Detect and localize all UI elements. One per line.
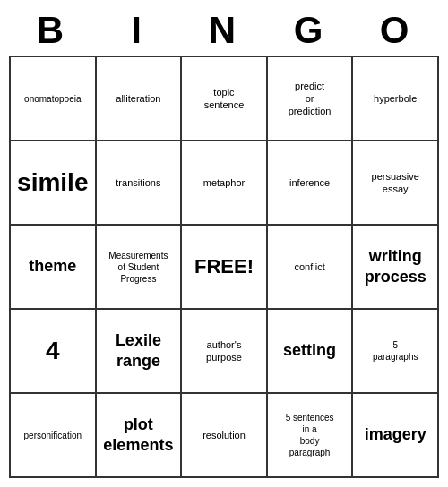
- cell-text-3-3: setting: [283, 340, 336, 361]
- cell-0-0: onomatopoeia: [11, 57, 97, 141]
- cell-2-1: Measurementsof StudentProgress: [97, 226, 183, 310]
- cell-text-1-0: simile: [17, 167, 88, 199]
- cell-text-4-3: 5 sentencesin abodyparagraph: [286, 412, 334, 458]
- bingo-grid: onomatopoeiaalliterationtopicsentencepre…: [9, 56, 439, 478]
- cell-text-1-3: inference: [289, 176, 330, 189]
- cell-text-4-4: imagery: [365, 424, 426, 445]
- cell-0-2: topicsentence: [182, 57, 268, 141]
- cell-0-1: alliteration: [97, 57, 183, 141]
- cell-1-2: metaphor: [182, 141, 268, 226]
- cell-text-2-4: writingprocess: [365, 246, 426, 288]
- cell-4-3: 5 sentencesin abodyparagraph: [268, 394, 354, 478]
- cell-text-0-3: predictorprediction: [289, 80, 332, 118]
- cell-text-1-4: persuasiveessay: [372, 170, 419, 196]
- cell-text-0-4: hyperbole: [374, 92, 417, 105]
- cell-1-0: simile: [11, 141, 97, 226]
- cell-2-0: theme: [11, 226, 97, 310]
- title-n: N: [184, 9, 264, 52]
- cell-text-3-2: author'spurpose: [206, 338, 242, 364]
- title-o: O: [356, 9, 436, 52]
- cell-0-4: hyperbole: [353, 57, 439, 141]
- cell-text-0-2: topicsentence: [204, 86, 245, 112]
- cell-text-2-3: conflict: [294, 261, 324, 273]
- cell-4-2: resolution: [182, 394, 268, 478]
- cell-text-4-2: resolution: [202, 429, 246, 441]
- cell-text-3-4: 5paragraphs: [373, 339, 418, 363]
- cell-2-3: conflict: [268, 226, 354, 310]
- cell-1-1: transitions: [97, 141, 183, 226]
- cell-text-1-1: transitions: [116, 176, 160, 189]
- cell-text-2-2: FREE!: [194, 255, 254, 278]
- title-g: G: [270, 9, 350, 52]
- cell-1-4: persuasiveessay: [353, 141, 439, 226]
- cell-1-3: inference: [268, 141, 354, 226]
- cell-3-3: setting: [268, 310, 354, 394]
- cell-text-2-1: Measurementsof StudentProgress: [108, 250, 168, 285]
- cell-4-1: plotelements: [97, 394, 183, 478]
- title-i: I: [98, 9, 178, 52]
- cell-2-2: FREE!: [182, 226, 268, 310]
- cell-3-4: 5paragraphs: [353, 310, 439, 394]
- cell-3-0: 4: [11, 310, 97, 394]
- cell-4-0: personification: [11, 394, 97, 478]
- cell-text-3-1: Lexilerange: [116, 330, 161, 372]
- cell-text-4-1: plotelements: [103, 414, 173, 457]
- cell-3-2: author'spurpose: [182, 310, 268, 394]
- title-b: B: [12, 9, 92, 52]
- cell-0-3: predictorprediction: [268, 57, 354, 141]
- cell-3-1: Lexilerange: [97, 310, 183, 394]
- cell-2-4: writingprocess: [353, 226, 439, 310]
- cell-text-0-0: onomatopoeia: [24, 93, 81, 105]
- cell-text-0-1: alliteration: [116, 92, 160, 105]
- cell-text-1-2: metaphor: [203, 176, 245, 189]
- cell-text-4-0: personification: [24, 430, 82, 441]
- cell-text-3-0: 4: [46, 335, 60, 367]
- bingo-title: B I N G O: [9, 9, 439, 52]
- cell-text-2-0: theme: [29, 256, 76, 277]
- cell-4-4: imagery: [353, 394, 439, 478]
